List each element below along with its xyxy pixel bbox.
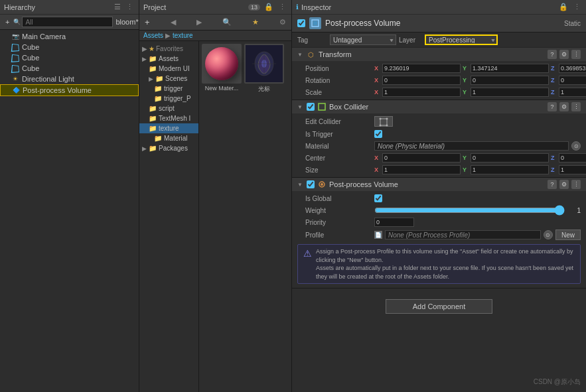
x-label: X	[374, 89, 381, 96]
position-z-input[interactable]	[559, 64, 586, 73]
transform-menu-btn[interactable]: ⋮	[571, 50, 581, 59]
hierarchy-item-postprocess[interactable]: 🔷 Post-process Volume	[0, 84, 139, 96]
ppv-enabled-checkbox[interactable]	[307, 180, 315, 188]
project-forward-btn[interactable]: ▶	[195, 17, 203, 27]
project-toolbar: + ◀ ▶ 🔍 ★ ⚙	[139, 15, 291, 31]
transform-position-row: Position X Y Z	[292, 62, 586, 74]
collider-settings-btn[interactable]: ⚙	[559, 102, 569, 111]
hierarchy-item-directional-light[interactable]: ☀ Directional Light	[0, 74, 139, 84]
project-folder-scenes[interactable]: ▶ 📁 Scenes	[139, 74, 198, 84]
scale-x-input[interactable]	[382, 88, 461, 97]
project-lock-btn[interactable]: 🔒	[263, 2, 275, 12]
breadcrumb-assets[interactable]: Assets	[143, 32, 163, 39]
priority-input[interactable]	[374, 218, 414, 227]
profile-picker-btn[interactable]: ⊙	[544, 230, 553, 239]
project-folder-trigger-p[interactable]: 📁 trigger_P	[139, 94, 198, 103]
hierarchy-item-cube2[interactable]: Cube	[0, 52, 139, 63]
project-content: ▶ ★ Favorites ▶ 📁 Assets 📁 Modern UI ▶ 📁…	[139, 41, 291, 392]
ppv-menu-btn[interactable]: ⋮	[571, 180, 581, 189]
project-sidebar: ▶ ★ Favorites ▶ 📁 Assets 📁 Modern UI ▶ 📁…	[139, 41, 199, 392]
tag-select[interactable]: Untagged	[330, 34, 396, 45]
hierarchy-item-main-camera[interactable]: 📷 Main Camera	[0, 31, 139, 42]
center-z-input[interactable]	[559, 153, 586, 163]
ppv-help-btn[interactable]: ?	[548, 180, 557, 189]
project-add-btn[interactable]: +	[143, 17, 151, 28]
project-folder-script[interactable]: 📁 script	[139, 103, 198, 113]
edit-collider-button[interactable]	[374, 116, 393, 127]
size-y-input[interactable]	[471, 165, 549, 174]
postprocess-volume-header[interactable]: ▼ Post-process Volume ? ⚙ ⋮	[292, 178, 586, 191]
hierarchy-menu-btn[interactable]: ☰	[113, 2, 122, 12]
is-global-checkbox[interactable]	[374, 194, 382, 202]
transform-buttons: ? ⚙ ⋮	[548, 50, 581, 59]
box-collider-header[interactable]: ▼ Box Collider ? ⚙ ⋮	[292, 100, 586, 113]
project-folder-material[interactable]: 📁 Material	[139, 133, 198, 143]
info-text: Assign a Post-process Profile to this vo…	[316, 247, 575, 281]
folder-label: texture	[159, 125, 179, 132]
rotation-z-input[interactable]	[559, 76, 586, 85]
is-trigger-checkbox[interactable]	[374, 130, 382, 138]
hierarchy-item-cube3[interactable]: Cube	[0, 63, 139, 74]
profile-new-button[interactable]: New	[555, 229, 581, 240]
breadcrumb-texture[interactable]: texture	[173, 32, 193, 39]
object-active-checkbox[interactable]	[297, 19, 305, 27]
project-settings-btn[interactable]: ⚙	[278, 17, 287, 27]
asset-item-texture[interactable]: 光标	[244, 44, 284, 94]
x-label: X	[374, 65, 381, 72]
project-folder-trigger[interactable]: 📁 trigger	[139, 84, 198, 94]
center-z-field: Z	[551, 153, 586, 163]
inspector-menu-btn[interactable]: ⋮	[572, 2, 582, 12]
project-folder-modern-ui[interactable]: 📁 Modern UI	[139, 64, 198, 74]
position-x-input[interactable]	[382, 64, 461, 73]
collider-buttons: ? ⚙ ⋮	[548, 102, 581, 111]
weight-row: Weight 1	[292, 204, 586, 216]
transform-arrow-icon: ▼	[297, 52, 303, 58]
project-back-btn[interactable]: ◀	[169, 17, 177, 27]
scene-name: bloom*	[115, 18, 138, 26]
is-trigger-row: Is Trigger	[292, 128, 586, 140]
center-x-input[interactable]	[382, 153, 461, 163]
project-folder-textmesh[interactable]: 📁 TextMesh I	[139, 113, 198, 123]
size-x-input[interactable]	[382, 165, 461, 174]
position-y-input[interactable]	[471, 64, 549, 73]
camera-icon: 📷	[11, 32, 20, 41]
hierarchy-search-input[interactable]	[22, 17, 113, 27]
scale-z-input[interactable]	[559, 88, 586, 97]
project-folder-assets[interactable]: ▶ 📁 Assets	[139, 54, 198, 64]
add-component-button[interactable]: Add Component	[386, 299, 493, 314]
rotation-x-input[interactable]	[382, 76, 461, 85]
layer-select[interactable]: PostProcessing	[425, 34, 498, 45]
size-z-input[interactable]	[559, 165, 586, 174]
collider-menu-btn[interactable]: ⋮	[571, 102, 581, 111]
project-star-btn[interactable]: ★	[251, 17, 260, 27]
collider-enabled-checkbox[interactable]	[307, 103, 315, 111]
svg-point-8	[380, 125, 382, 127]
inspector-object-header: Post-process Volume Static	[292, 15, 586, 33]
rotation-y-input[interactable]	[471, 76, 549, 85]
folder-arrow-icon: ▶	[149, 76, 153, 82]
project-search-btn[interactable]: 🔍	[221, 17, 233, 27]
inspector-lock-btn[interactable]: 🔒	[557, 2, 569, 12]
material-picker-btn[interactable]: ⊙	[571, 141, 581, 151]
asset-item-material[interactable]: New Mater...	[202, 44, 242, 94]
center-y-field: Y	[463, 153, 549, 163]
transform-icon: ⬡	[307, 50, 316, 59]
object-icon	[309, 17, 321, 29]
collider-help-btn[interactable]: ?	[548, 102, 557, 111]
hierarchy-list: 📷 Main Camera Cube Cube Cube	[0, 30, 139, 392]
project-folder-packages[interactable]: ▶ 📁 Packages	[139, 143, 198, 153]
transform-help-btn[interactable]: ?	[548, 50, 557, 59]
project-folder-texture[interactable]: 📁 texture	[139, 123, 198, 133]
transform-settings-btn[interactable]: ⚙	[559, 50, 569, 59]
weight-slider[interactable]	[374, 206, 565, 215]
project-menu-btn[interactable]: ⋮	[277, 2, 287, 12]
hierarchy-add-btn[interactable]: +	[4, 17, 11, 27]
scale-y-input[interactable]	[471, 88, 549, 97]
cube-icon	[11, 53, 20, 62]
hierarchy-item-cube1[interactable]: Cube	[0, 42, 139, 52]
transform-header[interactable]: ▼ ⬡ Transform ? ⚙ ⋮	[292, 48, 586, 61]
center-y-input[interactable]	[471, 153, 549, 163]
hierarchy-more-btn[interactable]: ⋮	[125, 2, 135, 12]
inspector-header-bar: ℹ Inspector 🔒 ⋮	[292, 0, 586, 15]
ppv-settings-btn[interactable]: ⚙	[559, 180, 569, 189]
